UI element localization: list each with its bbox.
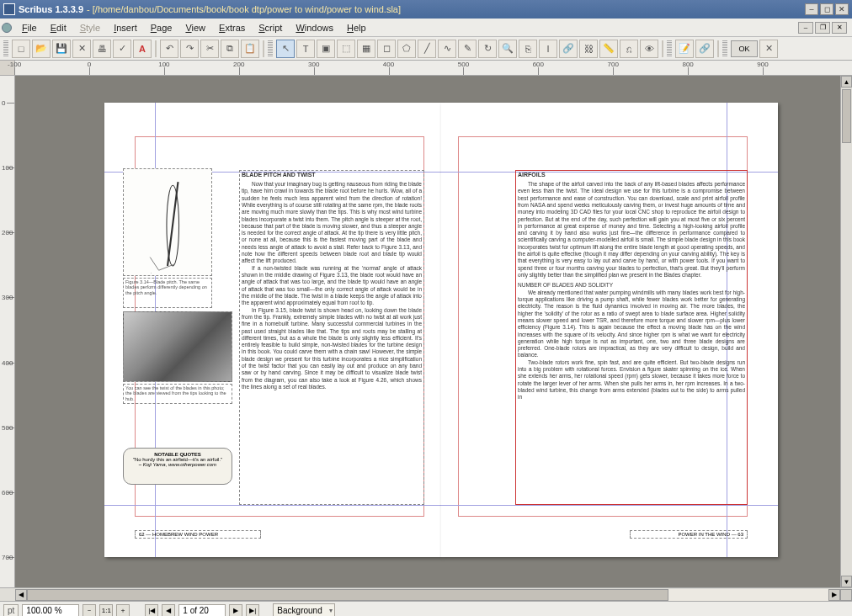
menu-help[interactable]: Help [340, 21, 373, 35]
minimize-button[interactable]: – [805, 3, 818, 15]
unit-icon[interactable]: pt [3, 604, 19, 616]
scroll-down-button[interactable]: ▼ [841, 576, 852, 587]
ok-button[interactable]: OK [731, 40, 758, 57]
page-spread: → Figure 3.14—Blade pitch. The same blad… [104, 103, 778, 557]
freehand-tool-button[interactable]: ✎ [458, 40, 477, 58]
menu-style[interactable]: Style [73, 21, 107, 35]
document-canvas[interactable]: → Figure 3.14—Blade pitch. The same blad… [30, 76, 850, 587]
polygon-tool-button[interactable]: ⬠ [397, 40, 416, 58]
select-tool-button[interactable]: ↖ [276, 40, 295, 58]
last-page-button[interactable]: ▶| [246, 604, 259, 617]
left-page[interactable]: → Figure 3.14—Blade pitch. The same blad… [104, 103, 441, 557]
edit-contents-button[interactable]: ⎘ [519, 40, 537, 58]
pdf-link-button[interactable]: 🔗 [695, 40, 714, 58]
render-tool-button[interactable]: ⬚ [337, 40, 355, 58]
page-field[interactable]: 1 of 20 [178, 604, 226, 617]
page-footer[interactable]: POWER IN THE WIND — 63 [630, 530, 748, 539]
menu-edit[interactable]: Edit [44, 21, 73, 35]
zoom-field[interactable]: 100.00 % [22, 604, 79, 617]
line-tool-button[interactable]: ╱ [418, 40, 436, 58]
zoom-reset-button[interactable]: 1:1 [99, 604, 113, 617]
menu-page[interactable]: Page [144, 21, 179, 35]
horizontal-guide [104, 505, 441, 506]
vertical-ruler[interactable]: 0100200300400500600700 [0, 76, 15, 587]
text-tool-button[interactable]: T [296, 40, 315, 58]
image-frame-photo[interactable] [123, 311, 232, 382]
toolbar: □ 📂 💾 ✕ 🖶 ✓ A ↶ ↷ ✂ ⧉ 📋 ↖ T ▣ ⬚ ▦ ◻ ⬠ ╱ … [0, 37, 852, 61]
scroll-left-button[interactable]: ◀ [15, 589, 27, 601]
unlink-frames-button[interactable]: ⛓ [579, 40, 598, 58]
menu-extras[interactable]: Extras [212, 21, 252, 35]
export-pdf-button[interactable]: A [133, 40, 152, 58]
zoom-out-button[interactable]: － [83, 604, 96, 617]
link-frames-button[interactable]: 🔗 [559, 40, 578, 58]
cancel-gesture-button[interactable]: ✕ [759, 40, 778, 58]
menu-windows[interactable]: Windows [289, 21, 340, 35]
toolbar-grip-icon [3, 40, 8, 57]
redo-button[interactable]: ↷ [180, 40, 199, 58]
text-frame-main[interactable]: AIRFOILS The shape of the airfoil carved… [515, 170, 748, 505]
shape-tool-button[interactable]: ◻ [377, 40, 396, 58]
copy-props-button[interactable]: ⎌ [620, 40, 638, 58]
text-frame-main[interactable]: BLADE PITCH AND TWIST Now that your imag… [239, 170, 424, 505]
edit-text-button[interactable]: I [539, 40, 557, 58]
layer-label: Background [277, 606, 322, 615]
window-titlebar: Scribus 1.3.3.9 - [/home/danbou/Document… [0, 0, 852, 19]
image-tool-button[interactable]: ▣ [317, 40, 335, 58]
menu-view[interactable]: View [178, 21, 212, 35]
zoom-in-button[interactable]: ＋ [116, 604, 130, 617]
scroll-up-button[interactable]: ▲ [841, 76, 852, 88]
mdi-close-button[interactable]: ✕ [832, 22, 847, 34]
footer-text: POWER IN THE WIND — 63 [678, 532, 743, 537]
close-button[interactable]: ✕ [72, 40, 91, 58]
paste-button[interactable]: 📋 [241, 40, 259, 58]
right-page[interactable]: AIRFOILS The shape of the airfoil carved… [441, 103, 778, 557]
scroll-thumb[interactable] [27, 589, 668, 601]
quote-callout[interactable]: NOTABLE QUOTES "No hurdy this an airfiel… [123, 448, 232, 485]
body-text: We already mentioned that water pumping … [518, 289, 745, 359]
zoom-tool-button[interactable]: 🔍 [498, 40, 517, 58]
cut-button[interactable]: ✂ [200, 40, 219, 58]
image-caption[interactable]: Figure 3.14—Blade pitch. The same blades… [123, 278, 212, 308]
eyedropper-button[interactable]: 👁 [640, 40, 658, 58]
image-caption[interactable]: You can see the twist of the blades in t… [123, 384, 232, 404]
pdf-annotation-button[interactable]: 📝 [675, 40, 694, 58]
caption-text: Figure 3.14—Blade pitch. The same blades… [125, 279, 207, 295]
menu-grip-icon [2, 23, 12, 33]
image-frame-diagram[interactable]: → [123, 168, 212, 276]
new-button[interactable]: □ [12, 40, 30, 58]
measure-tool-button[interactable]: 📏 [599, 40, 618, 58]
table-tool-button[interactable]: ▦ [357, 40, 375, 58]
mdi-restore-button[interactable]: ❐ [815, 22, 830, 34]
scroll-right-button[interactable]: ▶ [828, 589, 840, 601]
rotate-tool-button[interactable]: ↻ [478, 40, 497, 58]
menu-file[interactable]: File [15, 21, 44, 35]
close-window-button[interactable]: ✕ [835, 3, 849, 15]
first-page-button[interactable]: |◀ [145, 604, 158, 617]
save-button[interactable]: 💾 [52, 40, 71, 58]
page-footer[interactable]: 62 — HOMEBREW WIND POWER [135, 530, 261, 539]
horizontal-scrollbar[interactable]: ◀ ▶ [0, 587, 852, 601]
vertical-scrollbar[interactable]: ▲ ▼ [840, 76, 852, 587]
maximize-button[interactable]: ◻ [820, 3, 833, 15]
mdi-minimize-button[interactable]: – [798, 22, 813, 34]
section-heading: AIRFOILS [518, 172, 745, 179]
next-page-button[interactable]: ▶ [229, 604, 242, 617]
body-text: Now that your imaginary bug is getting n… [242, 181, 422, 265]
quote-source: – Koji Yama, www.otherpower.com [129, 462, 226, 467]
status-bar: pt 100.00 % － 1:1 ＋ |◀ ◀ 1 of 20 ▶ ▶| Ba… [0, 601, 852, 616]
scroll-thumb[interactable] [842, 89, 851, 143]
copy-button[interactable]: ⧉ [221, 40, 239, 58]
bezier-tool-button[interactable]: ∿ [438, 40, 456, 58]
prev-page-button[interactable]: ◀ [162, 604, 175, 617]
menu-script[interactable]: Script [252, 21, 289, 35]
layer-combo[interactable]: Background [273, 603, 334, 617]
open-button[interactable]: 📂 [32, 40, 51, 58]
horizontal-ruler[interactable]: -1000100200300400500600700800900 [0, 61, 852, 76]
svg-text:→: → [148, 270, 152, 275]
undo-button[interactable]: ↶ [160, 40, 178, 58]
document-path: - [/home/danbou/Documents/book/book dtp/… [87, 4, 401, 14]
print-button[interactable]: 🖶 [93, 40, 111, 58]
preflight-button[interactable]: ✓ [113, 40, 131, 58]
menu-insert[interactable]: Insert [107, 21, 144, 35]
